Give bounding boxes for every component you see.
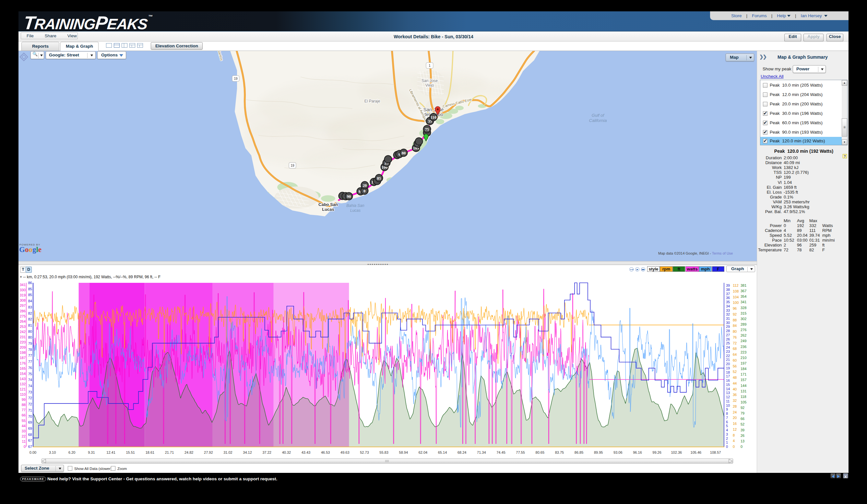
svg-text:3: 3 [726,432,728,436]
svg-text:9.31: 9.31 [88,450,95,454]
svg-text:144: 144 [740,384,746,388]
svg-text:San Jose: San Jose [421,78,438,83]
svg-text:22: 22 [726,354,730,358]
svg-text:32: 32 [733,399,737,403]
svg-text:15: 15 [726,383,730,387]
svg-text:82: 82 [28,317,32,321]
svg-text:319: 319 [20,293,25,297]
svg-text:330: 330 [20,288,25,292]
svg-text:49.63: 49.63 [341,450,350,454]
svg-text:55: 55 [22,419,25,422]
svg-text:Lucas: Lucas [322,207,334,212]
svg-text:38: 38 [726,288,730,292]
svg-text:85: 85 [377,176,381,181]
svg-text:16: 16 [733,422,737,426]
svg-text:80: 80 [28,335,32,339]
svg-text:102.36: 102.36 [671,450,682,454]
svg-text:100: 100 [733,301,739,304]
svg-text:315: 315 [740,311,746,315]
svg-text:367: 367 [740,289,746,293]
svg-text:157: 157 [740,378,746,382]
svg-text:65.14: 65.14 [438,450,447,454]
svg-text:21: 21 [726,358,730,362]
svg-text:27: 27 [726,333,730,337]
svg-text:66: 66 [22,413,25,417]
svg-text:209: 209 [20,345,25,349]
svg-text:24: 24 [733,410,737,414]
svg-text:25: 25 [726,341,730,345]
svg-text:69: 69 [28,427,32,430]
svg-text:58.94: 58.94 [399,450,408,454]
svg-text:17: 17 [726,374,730,378]
svg-text:43.43: 43.43 [301,450,311,454]
svg-text:302: 302 [740,317,746,321]
svg-text:184: 184 [740,367,746,371]
svg-text:86.85: 86.85 [575,450,584,454]
svg-text:72: 72 [733,341,737,345]
svg-text:68: 68 [733,347,737,351]
svg-text:35: 35 [726,300,730,304]
svg-text:165: 165 [20,366,25,371]
svg-text:37: 37 [726,292,730,296]
svg-text:81: 81 [28,323,32,327]
svg-text:76: 76 [733,335,737,339]
svg-text:104: 104 [733,295,739,299]
svg-text:31: 31 [726,317,730,320]
svg-text:34.12: 34.12 [243,450,252,454]
svg-text:83: 83 [28,305,32,309]
svg-text:86: 86 [28,281,32,285]
svg-text:80.65: 80.65 [536,450,545,454]
svg-text:286: 286 [20,309,25,313]
svg-text:341: 341 [20,283,25,287]
svg-text:289: 289 [740,322,746,326]
svg-text:79: 79 [740,411,745,415]
svg-text:20: 20 [733,416,737,420]
svg-text:85: 85 [28,287,32,291]
svg-text:154: 154 [20,372,25,376]
svg-text:9: 9 [726,407,728,411]
svg-text:92: 92 [740,406,745,410]
svg-text:5: 5 [726,424,728,428]
svg-text:1: 1 [429,64,431,67]
svg-text:60: 60 [733,358,737,362]
svg-text:Cabo San: Cabo San [318,202,338,207]
svg-text:74.45: 74.45 [496,450,505,454]
svg-text:1: 1 [726,440,728,444]
svg-text:6.20: 6.20 [68,450,75,454]
svg-text:0: 0 [363,189,365,193]
svg-text:132: 132 [20,382,25,386]
svg-text:0.00: 0.00 [30,450,36,454]
svg-text:44: 44 [733,382,737,385]
svg-text:52: 52 [740,422,745,426]
svg-text:79: 79 [28,342,32,345]
svg-text:34: 34 [726,304,730,308]
svg-text:16: 16 [726,378,730,382]
svg-text:73: 73 [28,390,32,394]
svg-text:California: California [589,118,607,123]
svg-text:20: 20 [726,362,730,366]
svg-text:33: 33 [726,309,730,312]
svg-text:36: 36 [726,296,730,300]
svg-text:80: 80 [402,151,406,156]
svg-text:68: 68 [28,433,32,437]
svg-text:26: 26 [740,433,745,438]
svg-text:108.57: 108.57 [710,450,721,454]
svg-text:88: 88 [733,318,737,322]
svg-text:31.02: 31.02 [223,450,233,454]
svg-text:52.73: 52.73 [360,450,369,454]
svg-text:0: 0 [24,444,25,449]
svg-text:20: 20 [363,183,367,188]
svg-text:297: 297 [20,303,25,308]
svg-text:3.10: 3.10 [49,450,56,454]
svg-text:143: 143 [20,377,25,381]
svg-text:72: 72 [28,396,32,400]
svg-text:0: 0 [733,444,735,449]
svg-text:68.24: 68.24 [458,450,467,454]
svg-text:24.82: 24.82 [184,450,194,454]
svg-text:80: 80 [733,330,737,333]
svg-text:4: 4 [726,428,728,432]
svg-text:40: 40 [733,387,737,391]
svg-text:74: 74 [28,384,32,388]
svg-text:67: 67 [28,439,32,442]
svg-text:108: 108 [733,289,739,293]
